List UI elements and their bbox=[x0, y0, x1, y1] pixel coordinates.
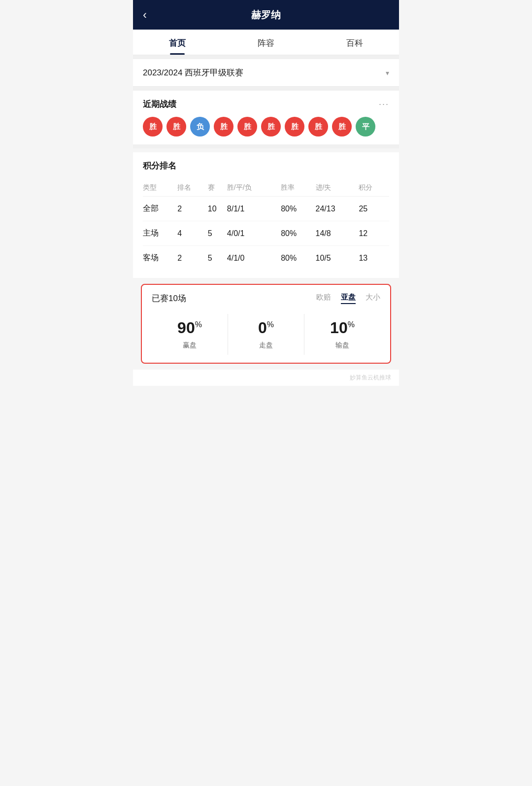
standings-cell: 4 bbox=[177, 221, 207, 246]
tab-home[interactable]: 首页 bbox=[133, 30, 222, 55]
standings-column-header: 积分 bbox=[359, 179, 389, 197]
header: ‹ 赫罗纳 bbox=[133, 0, 399, 30]
result-badge-win: 胜 bbox=[143, 117, 163, 137]
odds-tabs: 欧赔亚盘大小 bbox=[316, 293, 380, 304]
chevron-down-icon: ▾ bbox=[386, 69, 389, 77]
odds-section: 已赛10场 欧赔亚盘大小 90% 赢盘 0% 走盘 10% 输盘 bbox=[141, 284, 391, 364]
result-badge-win: 胜 bbox=[166, 117, 186, 137]
divider-3 bbox=[133, 144, 399, 148]
standings-cell: 4/1/0 bbox=[227, 246, 281, 271]
watermark: 妙算鱼云机推球 bbox=[133, 370, 399, 386]
standings-column-header: 类型 bbox=[143, 179, 177, 197]
result-badge-lose: 负 bbox=[190, 117, 210, 137]
odds-label: 走盘 bbox=[228, 341, 304, 350]
odds-tab[interactable]: 大小 bbox=[366, 293, 380, 304]
league-name: 2023/2024 西班牙甲级联赛 bbox=[143, 67, 243, 78]
standings-row: 主场454/0/180%14/812 bbox=[143, 221, 389, 246]
odds-cell: 90% 赢盘 bbox=[152, 314, 228, 355]
page-title: 赫罗纳 bbox=[251, 8, 281, 22]
odds-cell: 10% 输盘 bbox=[304, 314, 380, 355]
results-row: 胜胜负胜胜胜胜胜胜平 bbox=[143, 117, 389, 137]
standings-cell: 25 bbox=[359, 197, 389, 221]
standings-cell: 4/0/1 bbox=[227, 221, 281, 246]
recent-results-section: 近期战绩 ··· 胜胜负胜胜胜胜胜胜平 bbox=[133, 91, 399, 144]
standings-column-header: 进/失 bbox=[316, 179, 359, 197]
odds-header: 已赛10场 欧赔亚盘大小 bbox=[152, 293, 380, 304]
odds-label: 赢盘 bbox=[152, 341, 228, 350]
odds-percentage: 90% bbox=[152, 319, 228, 337]
tab-lineup[interactable]: 阵容 bbox=[222, 30, 310, 55]
divider-1 bbox=[133, 55, 399, 59]
recent-results-title: 近期战绩 bbox=[143, 99, 176, 110]
standings-column-header: 胜/平/负 bbox=[227, 179, 281, 197]
odds-tab[interactable]: 欧赔 bbox=[316, 293, 331, 304]
standings-cell: 5 bbox=[208, 246, 227, 271]
odds-label: 输盘 bbox=[304, 341, 380, 350]
standings-table: 类型排名赛胜/平/负胜率进/失积分 全部2108/1/180%24/1325主场… bbox=[143, 179, 389, 270]
result-badge-win: 胜 bbox=[261, 117, 281, 137]
standings-title: 积分排名 bbox=[143, 160, 389, 171]
result-badge-win: 胜 bbox=[214, 117, 233, 137]
standings-cell: 主场 bbox=[143, 221, 177, 246]
odds-percentage: 10% bbox=[304, 319, 380, 337]
standings-cell: 80% bbox=[281, 221, 315, 246]
standings-cell: 13 bbox=[359, 246, 389, 271]
more-icon[interactable]: ··· bbox=[379, 99, 389, 109]
standings-cell: 2 bbox=[177, 197, 207, 221]
standings-cell: 5 bbox=[208, 221, 227, 246]
standings-cell: 10/5 bbox=[316, 246, 359, 271]
standings-cell: 全部 bbox=[143, 197, 177, 221]
result-badge-draw: 平 bbox=[356, 117, 375, 137]
odds-row: 90% 赢盘 0% 走盘 10% 输盘 bbox=[152, 314, 380, 355]
standings-column-header: 赛 bbox=[208, 179, 227, 197]
standings-cell: 80% bbox=[281, 197, 315, 221]
tab-wiki[interactable]: 百科 bbox=[310, 30, 399, 55]
standings-cell: 8/1/1 bbox=[227, 197, 281, 221]
league-selector[interactable]: 2023/2024 西班牙甲级联赛 ▾ bbox=[133, 59, 399, 87]
odds-tab[interactable]: 亚盘 bbox=[341, 293, 356, 304]
standings-cell: 10 bbox=[208, 197, 227, 221]
result-badge-win: 胜 bbox=[285, 117, 304, 137]
result-badge-win: 胜 bbox=[332, 117, 352, 137]
tab-bar: 首页 阵容 百科 bbox=[133, 30, 399, 55]
odds-percentage: 0% bbox=[228, 319, 304, 337]
standings-column-header: 排名 bbox=[177, 179, 207, 197]
standings-row: 客场254/1/080%10/513 bbox=[143, 246, 389, 271]
back-button[interactable]: ‹ bbox=[143, 8, 147, 22]
standings-cell: 2 bbox=[177, 246, 207, 271]
standings-cell: 客场 bbox=[143, 246, 177, 271]
odds-cell: 0% 走盘 bbox=[228, 314, 304, 355]
result-badge-win: 胜 bbox=[237, 117, 257, 137]
divider-2 bbox=[133, 87, 399, 91]
standings-cell: 14/8 bbox=[316, 221, 359, 246]
recent-results-header: 近期战绩 ··· bbox=[143, 99, 389, 110]
standings-section: 积分排名 类型排名赛胜/平/负胜率进/失积分 全部2108/1/180%24/1… bbox=[133, 152, 399, 278]
standings-cell: 12 bbox=[359, 221, 389, 246]
standings-row: 全部2108/1/180%24/1325 bbox=[143, 197, 389, 221]
result-badge-win: 胜 bbox=[308, 117, 328, 137]
standings-column-header: 胜率 bbox=[281, 179, 315, 197]
standings-cell: 80% bbox=[281, 246, 315, 271]
standings-cell: 24/13 bbox=[316, 197, 359, 221]
odds-games-label: 已赛10场 bbox=[152, 293, 186, 304]
